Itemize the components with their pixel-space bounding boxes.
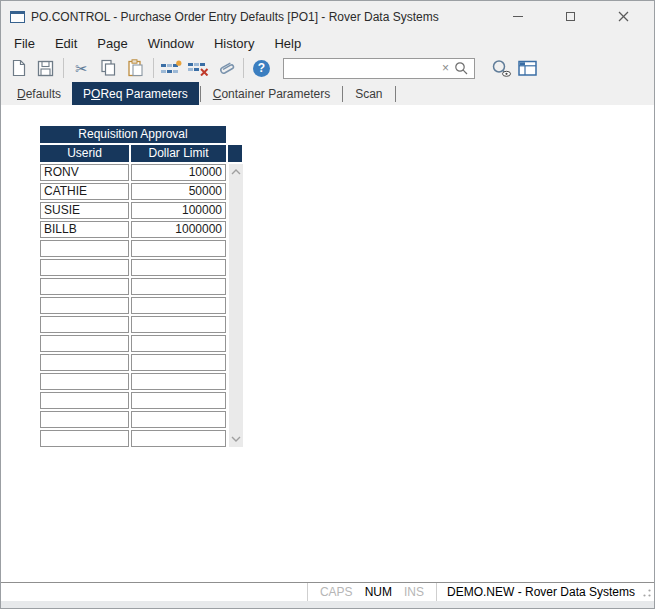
minimize-button[interactable] <box>495 1 540 32</box>
requisition-approval-table: Requisition Approval Userid Dollar Limit… <box>40 126 243 449</box>
scroll-up-icon[interactable] <box>231 169 241 175</box>
tab-scan[interactable]: Scan <box>344 82 393 105</box>
save-button[interactable] <box>32 56 59 80</box>
table-row: RONV10000 <box>40 164 243 181</box>
window-bottom-frame <box>1 601 654 608</box>
table-header-row: Userid Dollar Limit <box>40 145 243 162</box>
dollar-limit-cell[interactable]: 1000000 <box>131 221 226 238</box>
table-rows: RONV10000CATHIE50000SUSIE100000BILLB1000… <box>40 164 243 447</box>
menu-help[interactable]: Help <box>264 34 311 53</box>
tab-po-req-parameters[interactable]: PO Req Parameters <box>72 82 199 105</box>
dollar-limit-cell[interactable] <box>131 316 226 333</box>
table-layout-icon <box>518 60 538 77</box>
userid-cell[interactable]: RONV <box>40 164 129 181</box>
menu-history[interactable]: History <box>204 34 264 53</box>
dollar-limit-cell[interactable] <box>131 373 226 390</box>
table-body: RONV10000CATHIE50000SUSIE100000BILLB1000… <box>40 164 243 447</box>
num-indicator: NUM <box>359 585 398 599</box>
caps-indicator: CAPS <box>314 585 359 599</box>
table-row <box>40 240 243 257</box>
app-window: PO.CONTROL - Purchase Order Entry Defaul… <box>0 0 655 609</box>
app-window-icon <box>10 11 25 23</box>
dollar-limit-cell[interactable]: 50000 <box>131 183 226 200</box>
session-label: DEMO.NEW - Rover Data Systems <box>443 585 639 599</box>
delete-rows-button[interactable] <box>185 56 212 80</box>
userid-cell[interactable] <box>40 240 129 257</box>
dollar-limit-cell[interactable] <box>131 354 226 371</box>
userid-cell[interactable] <box>40 411 129 428</box>
new-document-icon <box>11 59 27 77</box>
dollar-limit-cell[interactable] <box>131 411 226 428</box>
toolbar-separator <box>63 58 64 78</box>
dollar-limit-cell[interactable] <box>131 259 226 276</box>
dollar-limit-cell[interactable] <box>131 240 226 257</box>
dollar-limit-cell[interactable]: 10000 <box>131 164 226 181</box>
paste-button[interactable] <box>122 56 149 80</box>
table-layout-button[interactable] <box>514 56 541 80</box>
close-button[interactable] <box>601 1 646 32</box>
minimize-icon <box>513 16 523 17</box>
resize-grip[interactable] <box>641 586 651 598</box>
window-controls <box>495 1 654 32</box>
search-view-button[interactable] <box>487 56 514 80</box>
userid-cell[interactable] <box>40 316 129 333</box>
cut-icon: ✂ <box>75 61 88 76</box>
dollar-limit-cell[interactable] <box>131 335 226 352</box>
table-row <box>40 411 243 428</box>
attachment-button[interactable] <box>212 56 239 80</box>
scroll-down-icon[interactable] <box>231 436 241 442</box>
paste-icon <box>127 59 144 77</box>
tab-separator <box>200 86 201 102</box>
status-separator <box>436 583 437 601</box>
cut-button[interactable]: ✂ <box>68 56 95 80</box>
userid-cell[interactable] <box>40 430 129 447</box>
save-icon <box>37 60 54 77</box>
userid-cell[interactable] <box>40 259 129 276</box>
table-row: BILLB1000000 <box>40 221 243 238</box>
clear-search-icon[interactable]: × <box>442 61 449 75</box>
table-row <box>40 354 243 371</box>
menu-page[interactable]: Page <box>87 34 137 53</box>
content-area: Requisition Approval Userid Dollar Limit… <box>1 105 654 582</box>
maximize-button[interactable] <box>548 1 593 32</box>
help-icon: ? <box>253 60 270 77</box>
userid-cell[interactable] <box>40 373 129 390</box>
table-row <box>40 297 243 314</box>
table-title: Requisition Approval <box>40 126 226 143</box>
userid-cell[interactable] <box>40 354 129 371</box>
toolbar: ✂ <box>1 54 654 82</box>
insert-rows-icon <box>161 60 182 76</box>
userid-cell[interactable]: SUSIE <box>40 202 129 219</box>
menu-file[interactable]: File <box>4 34 45 53</box>
tab-container-parameters[interactable]: Container Parameters <box>202 82 341 105</box>
search-icon[interactable] <box>454 61 469 76</box>
userid-cell[interactable]: BILLB <box>40 221 129 238</box>
menu-edit[interactable]: Edit <box>45 34 87 53</box>
dollar-limit-cell[interactable]: 100000 <box>131 202 226 219</box>
help-button[interactable]: ? <box>248 56 275 80</box>
menu-window[interactable]: Window <box>138 34 204 53</box>
tab-defaults[interactable]: Defaults <box>6 82 72 105</box>
userid-cell[interactable] <box>40 392 129 409</box>
dollar-limit-cell[interactable] <box>131 430 226 447</box>
maximize-icon <box>566 12 575 21</box>
dollar-limit-cell[interactable] <box>131 278 226 295</box>
copy-button[interactable] <box>95 56 122 80</box>
dollar-limit-cell[interactable] <box>131 392 226 409</box>
toolbar-separator <box>153 58 154 78</box>
tab-separator <box>342 86 343 102</box>
userid-cell[interactable] <box>40 335 129 352</box>
insert-rows-button[interactable] <box>158 56 185 80</box>
vertical-scrollbar[interactable] <box>229 164 243 447</box>
userid-cell[interactable] <box>40 278 129 295</box>
table-row <box>40 373 243 390</box>
userid-cell[interactable]: CATHIE <box>40 183 129 200</box>
tab-bar: Defaults PO Req Parameters Container Par… <box>1 82 654 105</box>
table-row <box>40 430 243 447</box>
userid-cell[interactable] <box>40 297 129 314</box>
menu-bar: File Edit Page Window History Help <box>1 32 654 54</box>
paperclip-icon <box>214 57 236 79</box>
search-box: × <box>283 58 475 79</box>
dollar-limit-cell[interactable] <box>131 297 226 314</box>
new-document-button[interactable] <box>5 56 32 80</box>
